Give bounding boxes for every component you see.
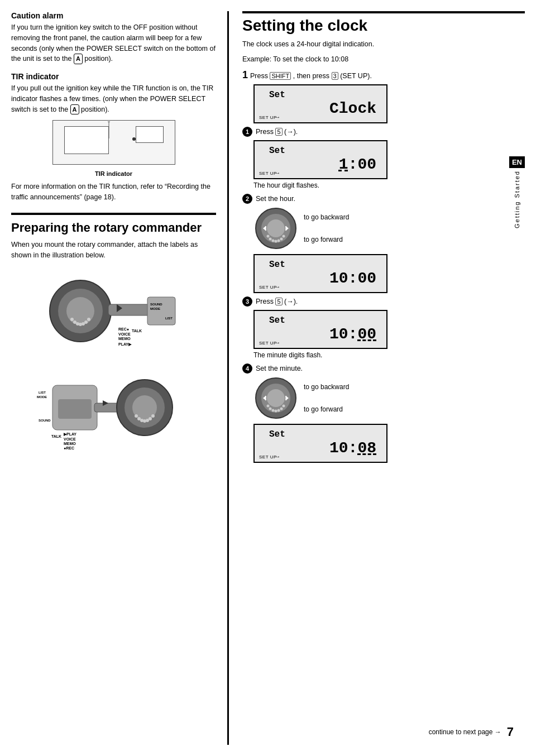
knob-svg-1 [253,206,298,251]
step-1-line: 1 Press SHIFT , then press 3 (SET UP). [242,69,525,81]
svg-rect-12 [108,304,153,315]
svg-rect-13 [147,297,175,325]
tir-diagram [52,120,175,165]
sidebar-en: EN Getting Started [509,156,525,228]
knob-2-labels: to go backward to go forward [304,376,349,420]
svg-point-34 [137,417,141,420]
lcd2-setup: SET UP [259,171,277,176]
sub1-press: Press [256,128,274,136]
left-column: Caution alarm If you turn the ignition k… [11,11,229,745]
lcd5-arrow: → [275,453,280,460]
svg-point-6 [73,320,76,324]
svg-point-9 [82,322,85,326]
step-1-then: , then press [293,72,329,80]
svg-point-36 [143,419,146,423]
knob2-backward: to go backward [304,383,349,391]
sub4-text: Set the minute. [256,365,303,372]
page-title: Setting the clock [242,11,525,35]
svg-text:MODE: MODE [37,395,47,399]
tir-body3: For more information on the TIR function… [11,181,216,203]
svg-point-10 [84,320,88,324]
lcd1-bottom: Clock [329,100,376,117]
note-2: The minute digits flash. [253,351,525,359]
key-3: 3 [332,72,338,80]
svg-text:SOUND: SOUND [39,419,51,422]
rotary-svg-2: LIST MODE SOUND [36,363,192,452]
lcd4-flash: 00 [357,326,376,343]
svg-text:TALK: TALK [132,329,142,333]
lcd2-bottom: 1:00 [339,156,376,173]
lcd1-setup: SET UP [259,115,277,120]
svg-point-52 [277,239,280,242]
svg-point-48 [267,235,270,237]
svg-point-65 [280,407,283,410]
sub-step-4: 4 Set the minute. [242,363,525,374]
lcd3-bottom: 10:00 [329,270,376,287]
svg-point-66 [283,404,285,407]
page-footer: continue to next page → 7 [429,725,514,739]
lcd-1: SET UP → Set Clock [253,84,387,123]
circle-4: 4 [242,363,252,374]
svg-point-50 [272,239,275,242]
sub3-arrow: (→). [284,298,298,305]
caution-title: Caution alarm [11,11,216,20]
svg-point-33 [135,414,138,418]
tir-section: TIR indicator If you pull out the igniti… [11,72,216,203]
knob-2: to go backward to go forward [253,376,525,420]
circle-1: 1 [242,127,252,137]
lcd5-flash: 08 [357,439,376,457]
svg-point-49 [269,237,272,240]
a-symbol2: A [70,104,79,115]
lcd5-setup: SET UP [259,454,277,460]
tir-label-wrap: TIR indicator [11,170,216,177]
preparing-body: When you mount the rotary commander, att… [11,240,216,261]
svg-text:VOICE: VOICE [118,332,131,336]
a-symbol: A [74,54,83,64]
preparing-section: Preparing the rotary commander When you … [11,221,216,454]
key-5-3: 5 [275,298,282,305]
lcd4-arrow: → [275,339,280,346]
right-column: Setting the clock The clock uses a 24-ho… [229,11,525,745]
svg-text:REC●: REC● [118,327,129,331]
knob-1: to go backward to go forward [253,206,525,251]
lcd1-top: Set [269,90,285,100]
sub-step-3: 3 Press 5 (→). [242,296,525,307]
svg-point-63 [275,409,277,412]
lcd4-top: Set [269,315,285,326]
step-1-press: Press [250,72,268,80]
svg-point-54 [283,235,285,237]
svg-text:LIST: LIST [39,391,46,394]
lcd5-top: Set [269,429,285,439]
svg-point-38 [149,417,152,420]
svg-point-51 [275,240,277,242]
getting-started-label: Getting Started [514,170,520,228]
svg-point-62 [272,409,275,412]
intro2: Example: To set the clock to 10:08 [242,54,525,65]
svg-text:TALK: TALK [51,434,61,438]
knob1-backward: to go backward [304,213,349,221]
lcd3-setup: SET UP [259,285,277,290]
tir-title: TIR indicator [11,72,216,81]
rotary-figure-1: SOUND MODE LIST REC● VOICE MEMO TALK PLA… [11,266,216,357]
svg-text:LIST: LIST [165,317,173,320]
tir-diagram-svg [53,121,176,165]
knob-svg-2 [253,376,298,420]
step-1-setup: (SET UP). [340,72,372,80]
svg-text:MEMO: MEMO [118,337,131,341]
page-number: 7 [507,725,514,739]
svg-point-11 [87,318,90,321]
en-badge: EN [509,156,525,168]
lcd-5: SET UP → Set 10:08 [253,424,387,463]
knob2-forward: to go forward [304,405,349,413]
sub2-text: Set the hour. [256,195,295,203]
note-1: The hour digit flashes. [253,181,525,189]
caution-body: If you turn the ignition key switch to t… [11,22,216,64]
circle-2: 2 [242,194,252,204]
rotary-figure-2: LIST MODE SOUND [11,363,216,454]
lcd5-bottom: 10:08 [329,439,376,457]
svg-point-5 [70,318,74,321]
svg-point-64 [277,409,280,412]
lcd4-setup: SET UP [259,341,277,346]
svg-text:VOICE: VOICE [64,437,76,441]
tir-label: TIR indicator [11,170,216,177]
